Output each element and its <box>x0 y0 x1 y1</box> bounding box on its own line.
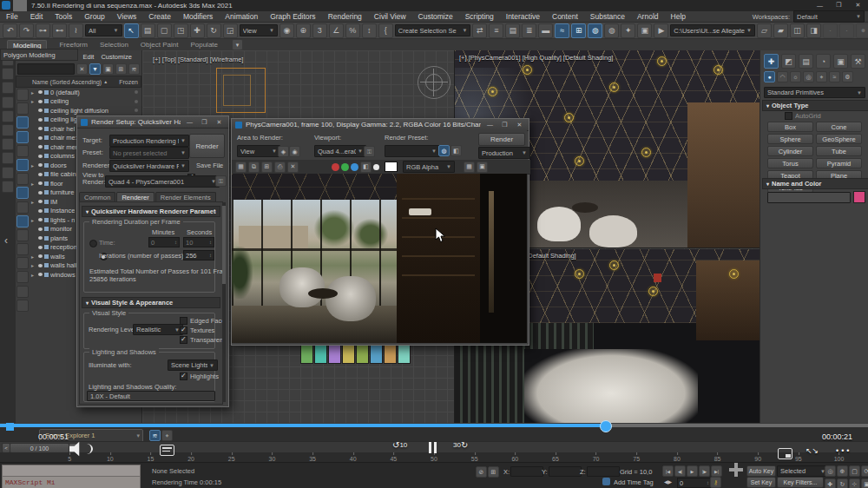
frozen-toggle[interactable] <box>135 90 138 94</box>
render-button[interactable]: Render <box>189 134 225 158</box>
zoom-icon[interactable]: ◎ <box>825 465 836 477</box>
time-minutes-spinner[interactable]: 0 <box>148 237 180 247</box>
fullscreen-icon[interactable]: ↖↘ <box>806 446 819 455</box>
copy-image-icon[interactable]: ⧉ <box>248 162 260 173</box>
zoom-region-icon[interactable]: ⟳ <box>861 465 868 477</box>
menu-item[interactable]: Modifiers <box>177 12 219 21</box>
expander-icon[interactable]: ▸ <box>31 98 36 104</box>
display-tab-icon[interactable]: ▣ <box>833 54 848 69</box>
clone-window-icon[interactable]: ⊞ <box>261 162 273 173</box>
explorer-menu-item[interactable]: Customize <box>97 53 135 61</box>
z-coordinate-field[interactable] <box>587 466 620 477</box>
select-link-icon[interactable]: ⊶ <box>36 23 50 38</box>
close-button[interactable]: ✕ <box>852 1 864 10</box>
spacewarps-icon[interactable]: ≈ <box>829 71 840 82</box>
menu-item[interactable]: File <box>0 12 24 21</box>
window-crossing-icon[interactable]: ◳ <box>174 23 188 38</box>
polygon-modeling-panel[interactable]: Polygon Modeling <box>0 49 78 61</box>
video-progress-track[interactable] <box>0 424 868 427</box>
preset-dropdown[interactable]: No preset selected▼ <box>109 147 189 159</box>
visibility-eye-icon[interactable] <box>38 163 43 167</box>
visibility-eye-icon[interactable] <box>38 127 43 130</box>
layer-manager-icon[interactable]: ▤ <box>505 23 520 38</box>
menu-item[interactable]: Edit <box>24 12 49 21</box>
save-file-browse[interactable]: ... <box>217 162 222 169</box>
maxscript-listener-input[interactable]: MAXScript Mi <box>2 476 141 488</box>
expander-icon[interactable]: ▸ <box>31 162 36 168</box>
explorer-tool-icon[interactable] <box>16 131 29 143</box>
autogrid-checkbox[interactable] <box>785 112 792 120</box>
dock-layers-icon[interactable]: ≋ <box>149 430 161 441</box>
red-channel-icon[interactable] <box>332 163 339 171</box>
visibility-eye-icon[interactable] <box>38 118 43 122</box>
rfw-titlebar[interactable]: PhysCamera001, frame 100, Display Gamma:… <box>232 119 529 131</box>
object-type-rollout[interactable]: ▾ Object Type <box>762 100 868 111</box>
schematic-view-icon[interactable]: ⊞ <box>571 23 586 38</box>
walk-icon[interactable]: ⊹ <box>849 478 860 488</box>
named-selection-set-field[interactable]: Create Selection Se▼ <box>395 24 470 36</box>
select-by-name-icon[interactable]: ▤ <box>141 23 155 38</box>
selection-set-dropdown[interactable]: Selected▼ <box>777 465 829 477</box>
primitive-button[interactable]: Torus <box>767 158 813 168</box>
reference-coordinate-dropdown[interactable]: View▼ <box>240 24 278 36</box>
expander-icon[interactable]: ▸ <box>31 181 36 187</box>
area-to-render-dropdown[interactable]: View▼ <box>237 145 280 157</box>
unlink-icon[interactable]: ⊷ <box>52 23 67 38</box>
restore-button[interactable]: ❒ <box>833 1 845 10</box>
material-editor-icon[interactable]: ◍ <box>588 23 602 38</box>
y-coordinate-field[interactable] <box>549 466 582 477</box>
alpha-channel-icon[interactable]: ◧ <box>360 162 372 173</box>
visibility-eye-icon[interactable] <box>38 191 43 195</box>
explorer-tool-icon[interactable] <box>16 215 29 228</box>
dialog-maximize-icon[interactable]: ❒ <box>199 118 210 127</box>
explorer-tool-icon[interactable] <box>16 300 29 312</box>
ribbon-tab[interactable]: Freeform <box>59 41 87 49</box>
blue-channel-icon[interactable] <box>351 163 358 171</box>
quicksilver-params-rollout[interactable]: ▾ Quicksilver Hardware Renderer Paramete… <box>82 206 220 217</box>
monochrome-icon[interactable] <box>373 164 379 170</box>
explorer-tool-icon[interactable] <box>16 187 29 199</box>
geometry-icon[interactable]: ● <box>764 71 775 82</box>
use-pivot-icon[interactable]: ◉ <box>279 23 294 38</box>
column-frozen[interactable]: Frozen <box>119 79 138 85</box>
go-to-end-icon[interactable]: ▶| <box>711 465 722 477</box>
display-filter-icon[interactable]: ◨ <box>806 23 821 38</box>
menu-item[interactable]: Scripting <box>459 12 500 21</box>
explorer-tool-icon[interactable] <box>16 173 29 185</box>
dialog-close-icon[interactable]: ✕ <box>214 118 225 127</box>
menu-item[interactable]: Help <box>665 12 692 21</box>
clear-image-icon[interactable]: ✕ <box>287 162 299 173</box>
visibility-eye-icon[interactable] <box>38 90 43 94</box>
layers-icon[interactable]: ▣ <box>477 162 488 173</box>
menu-item[interactable]: Graph Editors <box>264 12 321 21</box>
key-mode-icon[interactable]: ◀▶ <box>664 478 672 485</box>
viewport-tab-icon[interactable] <box>2 82 14 94</box>
motion-tab-icon[interactable]: ◔ <box>816 54 831 69</box>
visibility-eye-icon[interactable] <box>38 109 43 112</box>
visibility-eye-icon[interactable] <box>38 173 43 176</box>
next-frame-icon[interactable]: |▶ <box>699 465 710 477</box>
ribbon-tab[interactable]: Populate <box>190 41 218 49</box>
rendering-level-dropdown[interactable]: Realistic▼ <box>133 324 183 335</box>
play-icon[interactable]: ▶ <box>687 465 698 477</box>
visibility-eye-icon[interactable] <box>38 236 43 240</box>
menu-item[interactable]: Rendering <box>322 12 368 21</box>
visibility-eye-icon[interactable] <box>38 100 43 103</box>
material-editor-slate-icon[interactable]: ◍ <box>604 23 619 38</box>
expander-icon[interactable]: ▸ <box>31 217 36 223</box>
render-setup-icon[interactable]: ✦ <box>621 23 635 38</box>
frozen-toggle[interactable] <box>135 109 138 112</box>
time-tag-icon[interactable] <box>602 478 610 485</box>
dialog-scrollbar[interactable] <box>222 202 226 402</box>
style-check-row[interactable]: Edged Faces <box>180 316 223 326</box>
mirror-icon[interactable]: ⇄ <box>472 23 487 38</box>
orbit-icon[interactable]: ↻ <box>837 478 848 488</box>
sort-ascending-icon[interactable]: ▲ <box>103 79 108 84</box>
explorer-tool-icon[interactable] <box>16 102 29 115</box>
rfw-maximize-icon[interactable]: ❒ <box>499 121 510 129</box>
transform-gizmo-icon[interactable]: ⊞ <box>488 466 499 478</box>
menu-item[interactable]: Views <box>111 12 143 21</box>
modify-tab-icon[interactable]: ◩ <box>781 54 796 69</box>
systems-icon[interactable]: ⚙ <box>842 71 853 82</box>
style-check-row[interactable]: Transparency <box>180 335 223 345</box>
